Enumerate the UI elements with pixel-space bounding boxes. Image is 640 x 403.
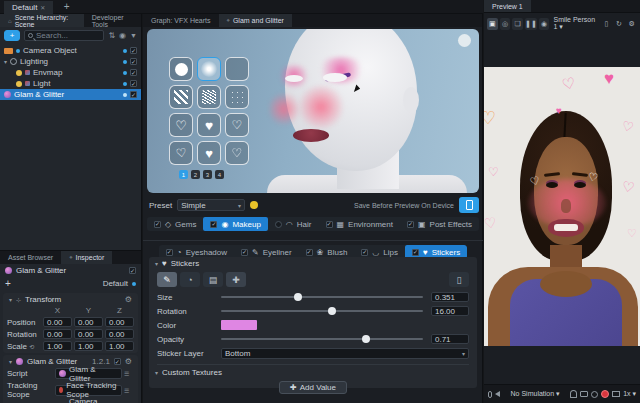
page-3-button[interactable]: 3 [203,170,212,179]
makeup-checkbox[interactable] [210,221,217,228]
eye-icon[interactable]: ◉ [539,18,550,30]
add-value-button[interactable]: ✚ Add Value [279,381,347,394]
new-tab-button[interactable]: + [56,0,78,13]
position-z-field[interactable]: 0.00 [105,317,134,327]
speed-dropdown[interactable]: 1x ▾ [623,390,636,398]
tab-environment[interactable]: ▦Environment [319,217,400,231]
filter-icon[interactable]: ▼ [130,32,137,39]
eyeshadow-checkbox[interactable] [166,249,173,256]
tab-makeup[interactable]: ◉Makeup [203,217,267,231]
warning-icon[interactable] [250,201,258,209]
size-value-field[interactable]: 0.351 [431,292,469,302]
speaker-icon[interactable] [495,391,500,397]
tab-developer-tools[interactable]: Developer Tools [84,14,141,27]
enabled-checkbox[interactable] [130,80,137,87]
rotation-value-field[interactable]: 16.00 [431,306,469,316]
brush-heart-outline[interactable]: ♡ [169,113,193,137]
rotation-slider[interactable] [221,310,423,312]
brush-speckle[interactable] [225,57,249,81]
add-object-button[interactable]: + [4,30,20,41]
reset-icon[interactable]: ↻ [614,18,625,30]
brush-heart-striped[interactable]: ♥ [197,141,221,165]
tracking-scope-field[interactable]: Face Tracking Scope [55,385,122,396]
search-input[interactable]: Search... [24,30,104,41]
face-mode-icon[interactable]: ◎ [500,18,511,30]
gems-checkbox[interactable] [154,221,161,228]
rotate-device-icon[interactable]: ▯ [601,18,612,30]
object-enabled-checkbox[interactable] [129,267,136,274]
enabled-checkbox[interactable] [130,58,137,65]
collapse-icon[interactable]: ▾ [9,296,12,303]
light-gizmo[interactable] [458,34,471,47]
state-label[interactable]: Default [103,279,128,288]
history-tool-button[interactable]: ◔ [180,272,200,287]
webcam-icon[interactable] [591,391,598,398]
scale-x-field[interactable]: 1.00 [43,341,72,351]
page-4-button[interactable]: 4 [215,170,224,179]
chevron-down-icon[interactable]: ▾ [4,58,7,65]
blush-checkbox[interactable] [306,249,313,256]
settings-gear-icon[interactable]: ⚙ [626,18,637,30]
tab-gems[interactable]: ◇Gems [147,217,204,231]
close-icon[interactable]: ✕ [40,4,45,11]
collapse-icon[interactable]: ▾ [9,358,12,365]
simulation-dropdown[interactable]: No Simulation ▾ [511,390,560,398]
rotation-y-field[interactable]: 0.00 [74,329,103,339]
tab-hair[interactable]: ◠Hair [268,217,319,231]
rotation-x-field[interactable]: 0.00 [43,329,72,339]
position-y-field[interactable]: 0.00 [74,317,103,327]
preset-dropdown[interactable]: Simple ▾ [177,199,245,211]
stickers-checkbox[interactable] [412,249,419,256]
tab-preview-1[interactable]: Preview 1 [484,0,531,12]
enabled-checkbox[interactable] [130,91,137,98]
tab-asset-browser[interactable]: Asset Browser [0,251,61,264]
tab-inspector[interactable]: ⌖ Inspector [61,251,112,264]
scale-y-field[interactable]: 1.00 [74,341,103,351]
tree-item-envmap[interactable]: Envmap [0,67,141,78]
eyeliner-checkbox[interactable] [241,249,248,256]
collapse-icon[interactable]: ▾ [155,369,158,376]
preview-on-device-button[interactable] [459,197,479,213]
opacity-slider[interactable] [221,338,423,340]
rotation-z-field[interactable]: 0.00 [105,329,134,339]
screen-icon[interactable] [612,391,620,397]
enabled-checkbox[interactable] [130,69,137,76]
script-field[interactable]: Glam & Glitter [55,368,122,379]
page-2-button[interactable]: 2 [191,170,200,179]
enabled-checkbox[interactable] [130,47,137,54]
record-button[interactable] [601,390,609,398]
tab-post-effects[interactable]: ▣Post Effects [400,217,479,231]
color-swatch[interactable] [221,320,257,330]
camera-feed[interactable]: ♡ ♥ ♡ ♡ ♡ ♡ ♡ ♡ ♥ ♡ ♡ [484,67,640,346]
tree-item-lighting[interactable]: ▾ Lighting [0,56,141,67]
environment-checkbox[interactable] [326,221,333,228]
brush-heart-thin[interactable]: ♡ [225,141,249,165]
brush-heart-concentric[interactable]: ♥ [197,113,221,137]
add-icon[interactable]: + [5,278,11,289]
sticker-layer-dropdown[interactable]: Bottom ▾ [221,348,469,359]
tab-glam-and-glitter[interactable]: ⌖ Glam and Glitter [219,14,292,27]
delete-button[interactable]: ▯ [449,272,469,287]
page-1-button[interactable]: 1 [179,170,188,179]
picker-icon[interactable]: ☰ [124,387,134,394]
brush-heart-sketch[interactable]: ♡ [169,141,193,165]
tree-item-camera-object[interactable]: Camera Object [0,45,141,56]
gear-icon[interactable]: ⚙ [125,295,132,304]
brush-scribble[interactable] [197,85,221,109]
brush-soft-circle[interactable] [197,57,221,81]
gear-icon[interactable]: ⚙ [125,357,132,366]
pause-icon[interactable]: ❚❚ [525,18,537,30]
picker-icon[interactable]: ☰ [124,370,134,377]
brush-heart-bold[interactable]: ♡ [225,113,249,137]
tree-item-light[interactable]: Light [0,78,141,89]
link-icon[interactable]: ⟲ [29,344,34,350]
tree-item-glam-glitter[interactable]: Glam & Glitter [0,89,141,100]
snapcode-icon[interactable]: ▣ [487,18,498,30]
lips-checkbox[interactable] [361,249,368,256]
move-tool-button[interactable]: ✚ [226,272,246,287]
person-dropdown[interactable]: Smile Person 1 ▾ [553,16,597,31]
ghost-icon[interactable] [570,390,577,398]
brush-hatch[interactable] [169,85,193,109]
capture-camera-icon[interactable] [580,391,588,397]
brush-sparkle[interactable] [225,85,249,109]
